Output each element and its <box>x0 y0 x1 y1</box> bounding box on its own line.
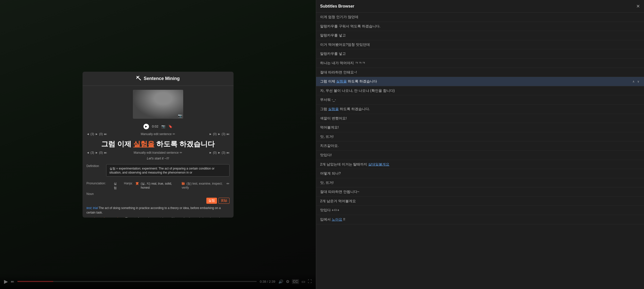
subtitle-item[interactable]: 그럼 실험을 하도록 하겠습니다. ∧ ∨ <box>316 105 644 114</box>
subtitle-collapse-btn[interactable]: ∨ <box>637 43 640 47</box>
subtitle-item[interactable]: 이거 먹어봤어요?엄청 맛있던데 ∧ ∨ <box>316 40 644 50</box>
subtitle-collapse-btn[interactable]: ∨ <box>637 116 640 120</box>
subtitle-text: 그럼 실험을 하도록 하겠습니다. <box>320 107 630 112</box>
modal-header: ⛏ Sentence Mining <box>83 72 234 86</box>
trans-count-3-right: (3) <box>222 151 225 154</box>
trans-skip[interactable]: ⏭ <box>104 151 107 154</box>
nav-next-3[interactable]: ► <box>218 132 221 136</box>
nav-skip-right[interactable]: ⏭ <box>226 132 230 136</box>
nav-next-right-small[interactable]: ► <box>95 132 98 136</box>
subtitle-collapse-btn[interactable]: ∨ <box>637 70 640 74</box>
subtitle-expand-btn[interactable]: ∧ <box>632 79 635 84</box>
trans-next-3[interactable]: ► <box>218 151 221 154</box>
subtitle-collapse-btn[interactable]: ∨ <box>637 208 640 213</box>
subtitle-collapse-btn[interactable]: ∨ <box>637 52 640 56</box>
kanji-badge-1: 실험 <box>206 198 217 204</box>
underlined-word: 실험을 <box>328 107 339 111</box>
nav-play[interactable]: ► <box>209 132 212 136</box>
subtitle-expand-btn[interactable]: ∧ <box>632 217 635 222</box>
subtitle-expand-btn[interactable]: ∧ <box>632 153 635 157</box>
bookmark-icon[interactable]: 🔖 <box>168 125 172 128</box>
subtitle-collapse-btn[interactable]: ∨ <box>637 98 640 102</box>
subtitle-expand-btn[interactable]: ∧ <box>632 89 635 93</box>
subtitle-expand-btn[interactable]: ∧ <box>632 180 635 185</box>
subtitle-item[interactable]: 이게 엄청 인기가 많던데 ∧ ∨ <box>316 13 644 22</box>
subtitle-expand-btn[interactable]: ∧ <box>632 116 635 120</box>
subtitle-item[interactable]: 말랑카우를 구워서 먹도록 하겠습니다. ∧ ∨ <box>316 22 644 31</box>
subtitle-item[interactable]: 2개 남았는데 이거는 탈때까지 살대일볼게요 ∧ ∨ <box>316 160 644 169</box>
screenshot-icon[interactable]: 📷 <box>161 125 165 128</box>
subtitle-collapse-btn[interactable]: ∨ <box>637 171 640 176</box>
subtitle-collapse-btn[interactable]: ∨ <box>637 217 640 222</box>
subtitle-text: 앗, 뜨거! <box>320 134 630 139</box>
subtitle-item[interactable]: 무서워 -_- ∧ ∨ <box>316 95 644 105</box>
subtitle-item[interactable]: 어떻게 되나? ∧ ∨ <box>316 169 644 178</box>
pronunciation-edit-icon[interactable]: ✏ <box>226 182 230 186</box>
subtitle-collapse-btn[interactable]: ∨ <box>637 135 640 139</box>
subtitle-collapse-btn[interactable]: ∨ <box>637 24 640 28</box>
subtitle-expand-btn[interactable]: ∧ <box>632 144 635 148</box>
manually-edit-sentence-link: Manually edit sentence ✏ <box>109 132 207 136</box>
subtitle-expand-btn[interactable]: ∧ <box>632 199 635 203</box>
subtitle-item[interactable]: 맛있다 +ㅁ+ ∧ ∨ <box>316 206 644 215</box>
subtitle-expand-btn[interactable]: ∧ <box>632 43 635 47</box>
subtitle-text: 말랑카우를 넣고 <box>320 33 630 38</box>
nav-prev-left[interactable]: ◄ <box>87 132 90 136</box>
subtitle-item[interactable]: 2개 남은거 먹어볼게요 ∧ ∨ <box>316 197 644 206</box>
subtitle-item[interactable]: 치즈같아요. ∧ ∨ <box>316 141 644 151</box>
subtitle-collapse-btn[interactable]: ∨ <box>637 190 640 194</box>
subtitle-collapse-btn[interactable]: ∨ <box>637 125 640 130</box>
trans-nav-next-small[interactable]: ► <box>95 151 98 154</box>
subtitle-item[interactable]: 앗, 뜨거! ∧ ∨ <box>316 132 644 142</box>
subtitle-collapse-btn[interactable]: ∨ <box>637 153 640 157</box>
subtitle-expand-btn[interactable]: ∧ <box>632 61 635 65</box>
subtitle-expand-btn[interactable]: ∧ <box>632 98 635 102</box>
subtitle-collapse-btn[interactable]: ∨ <box>637 89 640 93</box>
subtitle-collapse-btn[interactable]: ∨ <box>637 33 640 38</box>
subtitle-collapse-btn[interactable]: ∨ <box>637 79 640 84</box>
subtitle-collapse-btn[interactable]: ∨ <box>637 180 640 185</box>
subtitle-expand-btn[interactable]: ∧ <box>632 135 635 139</box>
subtitle-item[interactable]: 그럼 이제 실험을 하도록 하겠습니다 ∧ ∨ <box>316 77 644 86</box>
definition-label: Definition <box>87 164 104 168</box>
main-sentence: 그럼 이제 실험을 하도록 하겠습니다 <box>83 137 234 150</box>
definition-row: Definition 실험 = experimentation; experim… <box>87 164 230 177</box>
subtitle-item[interactable]: 앗, 뜨거! ∧ ∨ <box>316 178 644 188</box>
subtitle-expand-btn[interactable]: ∧ <box>632 52 635 56</box>
subtitle-collapse-btn[interactable]: ∨ <box>637 15 640 19</box>
subtitle-collapse-btn[interactable]: ∨ <box>637 61 640 65</box>
subtitle-collapse-btn[interactable]: ∨ <box>637 162 640 167</box>
subtitle-expand-btn[interactable]: ∧ <box>632 70 635 74</box>
sentence-nav-row: ◄ (3) ► (0) ⏭ Manually edit sentence ✏ ►… <box>83 131 234 137</box>
nav-skip[interactable]: ⏭ <box>104 132 107 136</box>
trans-nav-prev[interactable]: ◄ <box>87 151 90 154</box>
subtitle-expand-btn[interactable]: ∧ <box>632 162 635 167</box>
subtitle-collapse-btn[interactable]: ∨ <box>637 107 640 111</box>
subtitle-item[interactable]: 자, 우선 불이 나오냐, 안 나오냐 (확인을 합니다) ∧ ∨ <box>316 86 644 96</box>
subtitle-expand-btn[interactable]: ∧ <box>632 33 635 38</box>
subtitle-expand-btn[interactable]: ∧ <box>632 171 635 176</box>
subtitle-expand-btn[interactable]: ∧ <box>632 107 635 111</box>
subtitle-expand-btn[interactable]: ∧ <box>632 208 635 213</box>
sentence-mining-modal: ⛏ Sentence Mining ▶ 0:02 📷 🔖 ◄ (3) <box>83 72 234 218</box>
play-small-icon[interactable]: ▶ <box>143 124 149 129</box>
subtitle-item[interactable]: 먹어볼게요! ∧ ∨ <box>316 123 644 132</box>
subtitle-expand-btn[interactable]: ∧ <box>632 125 635 130</box>
subtitle-expand-btn[interactable]: ∧ <box>632 190 635 194</box>
subtitle-item[interactable]: 절대 따라하면 안돼요~! ∧ ∨ <box>316 68 644 77</box>
subtitle-item[interactable]: 절대 따라하면 안됩니다~ ∧ ∨ <box>316 187 644 197</box>
trans-skip-right[interactable]: ⏭ <box>226 151 230 154</box>
subtitle-collapse-btn[interactable]: ∨ <box>637 199 640 203</box>
trans-nav-play[interactable]: ► <box>209 151 212 154</box>
panel-close-icon[interactable]: ✕ <box>636 4 640 9</box>
subtitle-collapse-btn[interactable]: ∨ <box>637 144 640 148</box>
subtitle-item[interactable]: 색깔이 변했어요! ∧ ∨ <box>316 114 644 123</box>
subtitle-expand-btn[interactable]: ∧ <box>632 24 635 28</box>
subtitle-item[interactable]: 말랑카우를 넣고 ∧ ∨ <box>316 31 644 40</box>
subtitle-item[interactable]: 입에서 노아요 !! ∧ ∨ <box>316 215 644 224</box>
subtitle-expand-btn[interactable]: ∧ <box>632 15 635 19</box>
subtitle-text: 치즈같아요. <box>320 143 630 148</box>
subtitle-item[interactable]: 맛있다! ∧ ∨ <box>316 151 644 160</box>
subtitle-item[interactable]: 하나는 내가 먹어야지 ㅋㅋㅋ ∧ ∨ <box>316 59 644 68</box>
subtitle-item[interactable]: 말랑카우를 넣고 ∧ ∨ <box>316 49 644 59</box>
